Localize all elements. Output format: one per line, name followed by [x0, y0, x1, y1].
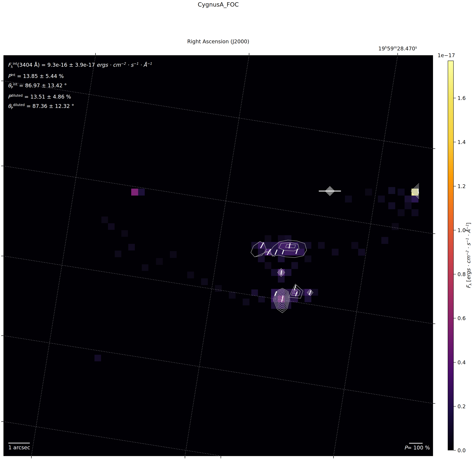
colorbar-tick-mark: [454, 318, 456, 318]
heatmap-pixel: [411, 196, 418, 202]
heatmap-pixel: [229, 292, 236, 299]
colorbar-tick-label: 1.2: [458, 183, 466, 189]
heatmap-pixel: [351, 242, 358, 249]
colorbar-tick-label: 1.4: [458, 139, 466, 145]
colorbar-axis-label: Fλ [ergs · cm−2 · s−1 · Å−1]: [465, 223, 472, 289]
heatmap-pixel: [345, 196, 352, 202]
heatmap-pixel: [285, 269, 291, 276]
heatmap-pixel: [243, 299, 249, 305]
heatmap-pixel: [131, 189, 138, 196]
heatmap-pixel: [405, 202, 411, 209]
colorbar-tick-label: 0.8: [458, 271, 466, 277]
annotation-p-int: Pint = 13.85 ± 5.44 %: [8, 71, 152, 80]
polarization-scalebar-label: P= 100 %: [404, 445, 430, 451]
heatmap-pixel: [278, 276, 285, 283]
figure-canvas: CygnusA_FOC Right Ascension (J2000) 19h5…: [0, 0, 476, 459]
heatmap-pixel: [115, 251, 121, 257]
heatmap-pixel: [291, 262, 298, 269]
heatmap-pixel: [156, 258, 163, 265]
heatmap-pixel: [265, 262, 271, 269]
heatmap-pixel: [291, 296, 298, 302]
sky-map-background: [4, 55, 433, 456]
colorbar-tick-mark: [454, 230, 456, 230]
heatmap-pixel: [271, 242, 278, 249]
arcsec-scalebar-line: [8, 443, 30, 443]
polarization-vector: [418, 189, 418, 193]
colorbar-tick-mark: [454, 142, 456, 142]
colorbar-tick-label: 0.0: [458, 447, 466, 453]
heatmap-pixel: [285, 235, 291, 242]
colorbar-tick-mark: [454, 406, 456, 407]
heatmap-pixel: [251, 289, 258, 296]
heatmap-pixel: [388, 202, 395, 209]
annotation-theta-int: θPint = 86.97 ± 13.42 °: [8, 80, 152, 92]
colorbar-tick-label: 1.0: [458, 227, 466, 233]
heatmap-pixel: [265, 235, 271, 242]
heatmap-pixel: [332, 249, 339, 256]
colorbar-tick-label: 0.6: [458, 315, 466, 321]
heatmap-pixel: [411, 209, 418, 216]
colorbar-tick-mark: [454, 362, 456, 363]
heatmap-pixel: [187, 272, 194, 278]
heatmap-pixel: [398, 209, 405, 216]
heatmap-pixel: [102, 217, 108, 223]
heatmap-pixel: [258, 249, 265, 256]
heatmap-pixel: [405, 196, 411, 202]
annotation-theta-diluted: θPdiluted = 87.36 ± 12.32 °: [8, 101, 152, 112]
heatmap-pixel: [311, 289, 318, 296]
colorbar-tick-label: 1.6: [458, 95, 466, 101]
heatmap-pixel: [121, 230, 128, 237]
heatmap-pixel: [398, 189, 405, 196]
colorbar-tick-mark: [454, 186, 456, 186]
colorbar-tick-mark: [454, 98, 456, 98]
heatmap-pixel: [94, 355, 101, 361]
heatmap-pixel: [271, 269, 278, 276]
heatmap-pixel: [108, 223, 115, 230]
heatmap-pixel: [365, 189, 372, 196]
colorbar-tick-label: 0.2: [458, 403, 466, 409]
heatmap-pixel: [388, 187, 395, 194]
polarization-scalebar-line: [409, 443, 423, 443]
heatmap-pixel: [170, 251, 177, 258]
heatmap-pixel: [258, 296, 265, 302]
annotation-block: Fλint(3404 Å) = 9.3e-16 ± 3.9e-17 ergs ·…: [8, 59, 152, 112]
heatmap-pixel: [318, 242, 325, 249]
heatmap-pixel: [128, 244, 135, 250]
heatmap-pixel: [392, 223, 399, 230]
arcsec-scalebar-label: 1 arcsec: [8, 444, 30, 451]
heatmap-pixel: [358, 249, 365, 256]
colorbar-tick-label: 0.4: [458, 359, 466, 365]
annotation-p-diluted: Pdiluted = 13.51 ± 4.86 %: [8, 92, 152, 101]
heatmap-pixel: [258, 256, 265, 262]
colorbar-tick-mark: [454, 274, 456, 274]
colorbar-offset-label: 1e−17: [438, 52, 455, 58]
annotation-flux: Fλint(3404 Å) = 9.3e-16 ± 3.9e-17 ergs ·…: [8, 59, 152, 71]
colorbar-tick-mark: [454, 450, 456, 451]
heatmap-pixel: [138, 189, 145, 196]
heatmap-pixel: [378, 196, 385, 202]
heatmap-pixel: [142, 264, 148, 271]
heatmap-pixel: [305, 296, 311, 302]
heatmap-pixel: [271, 296, 278, 302]
heatmap-pixel: [201, 278, 208, 285]
heatmap-pixel: [305, 242, 311, 249]
heatmap-pixel: [298, 249, 305, 256]
colorbar: [448, 61, 454, 450]
heatmap-pixel: [285, 249, 291, 256]
heatmap-pixel: [305, 256, 311, 262]
heatmap-pixel: [215, 285, 222, 292]
heatmap-pixel: [381, 237, 388, 244]
